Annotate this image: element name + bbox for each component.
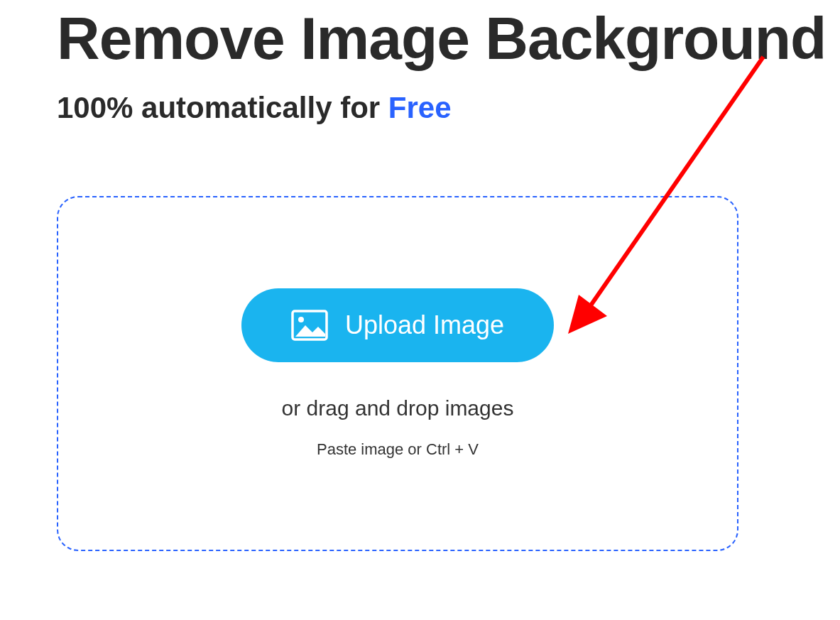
subtitle-highlight: Free	[388, 91, 452, 124]
subtitle-prefix: 100% automatically for	[57, 91, 388, 124]
svg-point-1	[298, 317, 304, 322]
page-subtitle: 100% automatically for Free	[57, 91, 840, 125]
drag-drop-hint: or drag and drop images	[282, 396, 514, 420]
upload-button-label: Upload Image	[345, 310, 504, 340]
page-title: Remove Image Background	[57, 7, 840, 70]
paste-hint: Paste image or Ctrl + V	[317, 440, 479, 459]
image-icon	[291, 310, 328, 341]
upload-dropzone[interactable]: Upload Image or drag and drop images Pas…	[57, 196, 738, 551]
upload-image-button[interactable]: Upload Image	[241, 288, 554, 362]
